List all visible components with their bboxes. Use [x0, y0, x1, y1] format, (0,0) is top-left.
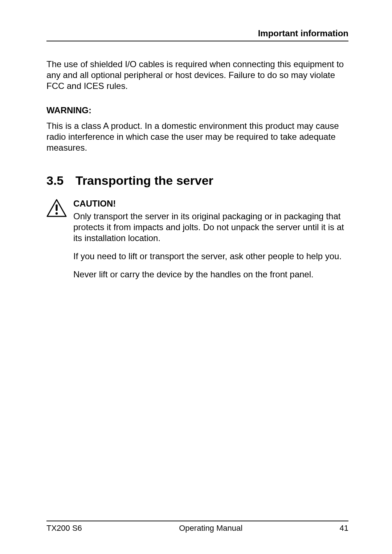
- footer-center: Operating Manual: [179, 524, 242, 533]
- caution-block: CAUTION! Only transport the server in it…: [46, 199, 348, 280]
- svg-point-2: [56, 212, 58, 215]
- warning-label: WARNING:: [46, 105, 348, 115]
- warning-text: This is a class A product. In a domestic…: [46, 121, 348, 153]
- section-heading: 3.5 Transporting the server: [46, 174, 348, 188]
- intro-paragraph: The use of shielded I/O cables is requir…: [46, 59, 348, 91]
- svg-rect-1: [56, 204, 57, 211]
- page: Important information The use of shielde…: [0, 0, 392, 554]
- footer-left: TX200 S6: [46, 524, 82, 533]
- caution-paragraph: Never lift or carry the device by the ha…: [73, 269, 348, 280]
- page-footer: TX200 S6 Operating Manual 41: [46, 521, 348, 533]
- caution-label: CAUTION!: [73, 199, 348, 209]
- footer-page-number: 41: [340, 524, 348, 533]
- section-title: Transporting the server: [75, 174, 213, 188]
- caution-content: CAUTION! Only transport the server in it…: [73, 199, 348, 280]
- footer-row: TX200 S6 Operating Manual 41: [46, 524, 348, 533]
- footer-rule: [46, 521, 348, 521]
- running-head: Important information: [46, 28, 348, 41]
- caution-paragraph: Only transport the server in its origina…: [73, 211, 348, 244]
- caution-triangle-icon: [46, 199, 67, 217]
- caution-paragraph: If you need to lift or transport the ser…: [73, 251, 348, 262]
- section-number: 3.5: [46, 174, 75, 188]
